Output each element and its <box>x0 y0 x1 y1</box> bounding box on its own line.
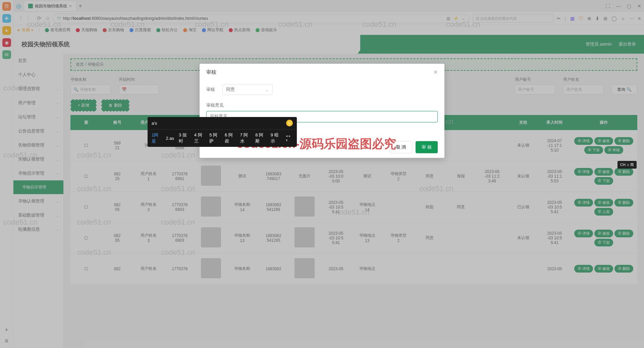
modal-title: 审核 <box>206 69 216 75</box>
modal-overlay[interactable] <box>0 0 644 348</box>
ime-candidate[interactable]: 5 阿萨 <box>209 132 220 144</box>
ime-nav-icon[interactable]: ◂ ▸ ▾ <box>286 134 293 142</box>
ime-input-text: a's <box>152 121 157 126</box>
ime-popup: a's ☺ 1阿是2.as3 按时4 阿三5 阿萨6 阿叔7 阿水8 阿斯9 暗… <box>148 117 297 147</box>
chevron-down-icon: ⌄ <box>265 87 269 92</box>
lang-badge[interactable]: CH ♫ 简 <box>618 161 637 169</box>
ime-candidate[interactable]: 2.as <box>166 136 174 141</box>
ime-candidate[interactable]: 4 阿三 <box>194 132 205 144</box>
audit-select[interactable]: 同意 ⌄ <box>222 84 273 95</box>
close-icon[interactable]: ✕ <box>433 69 438 75</box>
emoji-icon[interactable]: ☺ <box>286 120 293 126</box>
confirm-button[interactable]: 审 核 <box>416 141 438 153</box>
ime-candidate[interactable]: 1阿是 <box>152 132 161 144</box>
ime-candidate[interactable]: 3 按时 <box>179 132 190 144</box>
ime-candidate[interactable]: 7 阿水 <box>240 132 251 144</box>
ime-candidate[interactable]: 8 阿斯 <box>255 132 266 144</box>
ime-candidate[interactable]: 6 阿叔 <box>225 132 235 144</box>
cancel-button[interactable]: 取 消 <box>390 141 413 153</box>
ime-candidate[interactable]: 9 暗示 <box>271 132 281 144</box>
